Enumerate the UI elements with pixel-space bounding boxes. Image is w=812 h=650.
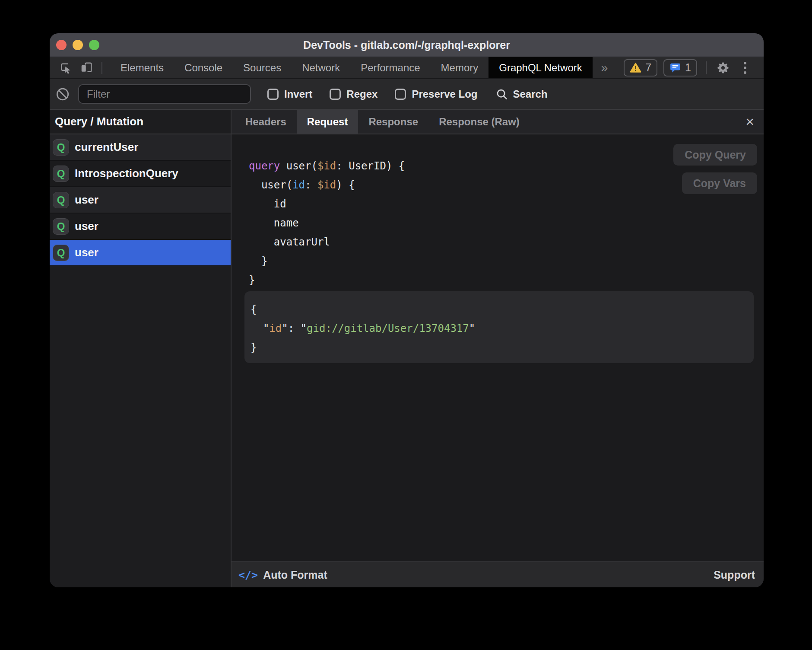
detail-tabbar-spacer — [530, 110, 736, 134]
clear-requests-icon[interactable] — [56, 87, 70, 101]
copy-query-button[interactable]: Copy Query — [673, 144, 757, 166]
search-icon — [495, 88, 508, 101]
filter-bar: InvertRegexPreserve Log Search — [50, 79, 764, 110]
devtools-tab-bar: ElementsConsoleSourcesNetworkPerformance… — [50, 57, 764, 79]
checkbox-invert[interactable]: Invert — [267, 88, 312, 100]
query-type-badge: Q — [53, 192, 69, 208]
detail-tabs: HeadersRequestResponseResponse (Raw) — [235, 110, 530, 134]
query-type-badge: Q — [53, 139, 69, 156]
tab-memory[interactable]: Memory — [431, 57, 489, 78]
messages-badge[interactable]: 1 — [663, 59, 697, 76]
search-label: Search — [513, 88, 547, 100]
filter-options: InvertRegexPreserve Log — [251, 88, 477, 100]
detail-bottom-bar: </> Auto Format Support — [232, 561, 764, 587]
tabbar-separator — [102, 62, 102, 74]
query-name: user — [75, 220, 98, 233]
request-detail-pane: HeadersRequestResponseResponse (Raw) × q… — [232, 110, 764, 587]
copy-vars-button[interactable]: Copy Vars — [682, 172, 757, 194]
settings-gear-icon[interactable] — [714, 59, 732, 76]
code-line: } — [249, 271, 405, 290]
request-list: QcurrentUserQIntrospectionQueryQuserQuse… — [50, 134, 231, 266]
title-bar: DevTools - gitlab.com/-/graphql-explorer — [50, 33, 764, 57]
close-detail-icon[interactable]: × — [736, 110, 764, 134]
checkbox-regex[interactable]: Regex — [330, 88, 377, 100]
more-options-icon[interactable] — [738, 59, 752, 76]
tab-sources[interactable]: Sources — [233, 57, 292, 78]
filter-input[interactable] — [78, 84, 251, 104]
code-line: name — [249, 213, 405, 233]
query-name: currentUser — [75, 140, 138, 154]
code-line: } — [251, 338, 754, 357]
query-list-item[interactable]: QcurrentUser — [50, 134, 231, 161]
traffic-lights — [56, 33, 99, 57]
search-button[interactable]: Search — [495, 88, 547, 101]
query-variables-box: { "id": "gid://gitlab/User/13704317"} — [244, 291, 754, 363]
zoom-window-button[interactable] — [89, 40, 99, 50]
tab-console[interactable]: Console — [174, 57, 233, 78]
detail-tab-headers[interactable]: Headers — [235, 110, 297, 134]
code-line: avatarUrl — [249, 233, 405, 252]
detail-tab-request[interactable]: Request — [297, 110, 358, 134]
code-line: user(id: $id) { — [249, 175, 405, 194]
panel-tabs: ElementsConsoleSourcesNetworkPerformance… — [110, 57, 593, 78]
tabbar-right-separator — [706, 61, 707, 74]
checkbox-label: Preserve Log — [412, 88, 477, 100]
close-window-button[interactable] — [56, 40, 67, 50]
support-link[interactable]: Support — [714, 569, 755, 581]
detail-tab-response-raw[interactable]: Response (Raw) — [428, 110, 530, 134]
query-name: IntrospectionQuery — [75, 167, 178, 180]
checkbox-box[interactable] — [330, 89, 341, 100]
query-type-badge: Q — [53, 166, 69, 182]
code-brackets-icon: </> — [238, 569, 258, 581]
checkbox-label: Invert — [284, 88, 312, 100]
detail-tab-bar: HeadersRequestResponseResponse (Raw) × — [232, 110, 764, 134]
graphql-query-code: query user($id: UserID) { user(id: $id) … — [249, 156, 405, 290]
code-line: "id": "gid://gitlab/User/13704317" — [251, 319, 754, 338]
code-line: query user($id: UserID) { — [249, 156, 405, 175]
query-name: user — [75, 246, 98, 259]
auto-format-button[interactable]: Auto Format — [263, 569, 327, 581]
detail-tab-response[interactable]: Response — [358, 110, 428, 134]
code-line: { — [251, 300, 754, 319]
chat-bubble-icon — [669, 62, 681, 73]
checkbox-preserve-log[interactable]: Preserve Log — [395, 88, 477, 100]
inspect-element-icon[interactable] — [59, 61, 72, 74]
devtools-window: DevTools - gitlab.com/-/graphql-explorer… — [50, 33, 764, 587]
query-type-badge: Q — [53, 218, 69, 235]
warning-count: 7 — [645, 61, 651, 74]
request-list-sidebar: Query / Mutation QcurrentUserQIntrospect… — [50, 110, 232, 587]
query-list-item[interactable]: Quser — [50, 213, 231, 240]
query-name: user — [75, 193, 98, 207]
tab-network[interactable]: Network — [292, 57, 350, 78]
query-list-item[interactable]: QIntrospectionQuery — [50, 161, 231, 187]
message-count: 1 — [685, 61, 691, 74]
tab-elements[interactable]: Elements — [110, 57, 174, 78]
sidebar-header: Query / Mutation — [50, 110, 231, 134]
query-list-item[interactable]: Quser — [50, 240, 231, 266]
more-tabs-chevron-icon[interactable]: » — [593, 61, 617, 75]
warning-triangle-icon — [630, 63, 641, 73]
tab-graphql-network[interactable]: GraphQL Network — [488, 57, 593, 78]
device-toolbar-icon[interactable] — [80, 61, 93, 74]
checkbox-box[interactable] — [395, 89, 406, 100]
issues-warning-badge[interactable]: 7 — [624, 59, 657, 76]
checkbox-box[interactable] — [267, 89, 279, 100]
request-content: query user($id: UserID) { user(id: $id) … — [232, 134, 764, 561]
window-title: DevTools - gitlab.com/-/graphql-explorer — [303, 39, 510, 51]
main-split: Query / Mutation QcurrentUserQIntrospect… — [50, 110, 764, 587]
code-line: id — [249, 194, 405, 213]
query-list-item[interactable]: Quser — [50, 187, 231, 213]
code-line: } — [249, 252, 405, 271]
checkbox-label: Regex — [346, 88, 377, 100]
tab-performance[interactable]: Performance — [350, 57, 430, 78]
query-type-badge: Q — [53, 245, 69, 261]
minimize-window-button[interactable] — [73, 40, 83, 50]
